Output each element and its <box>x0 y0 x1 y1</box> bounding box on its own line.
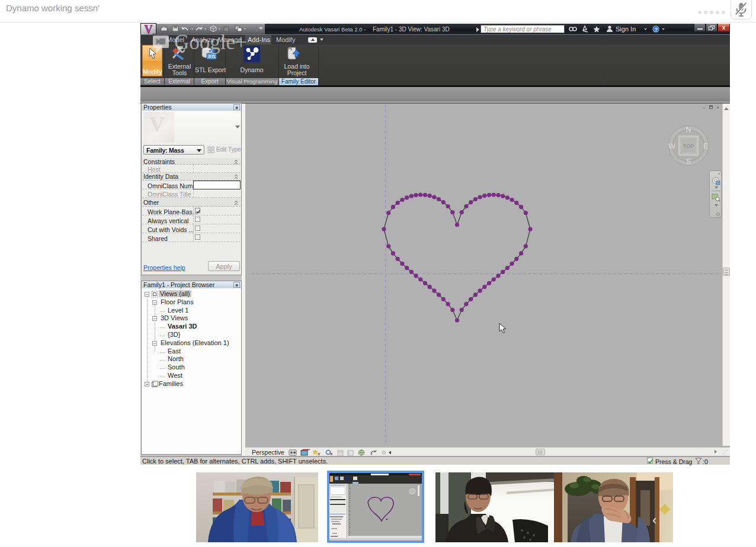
svg-text:Sign In: Sign In <box>616 25 636 33</box>
svg-text:TOP: TOP <box>683 143 694 149</box>
svg-text:S: S <box>686 157 691 166</box>
svg-text:STL: STL <box>209 54 217 59</box>
svg-text:E: E <box>703 141 709 150</box>
svg-text:x: x <box>318 451 321 456</box>
svg-text:?: ? <box>655 27 658 33</box>
svg-text:x: x <box>330 451 333 456</box>
svg-text:W: W <box>668 141 676 150</box>
svg-text:N: N <box>685 125 691 134</box>
